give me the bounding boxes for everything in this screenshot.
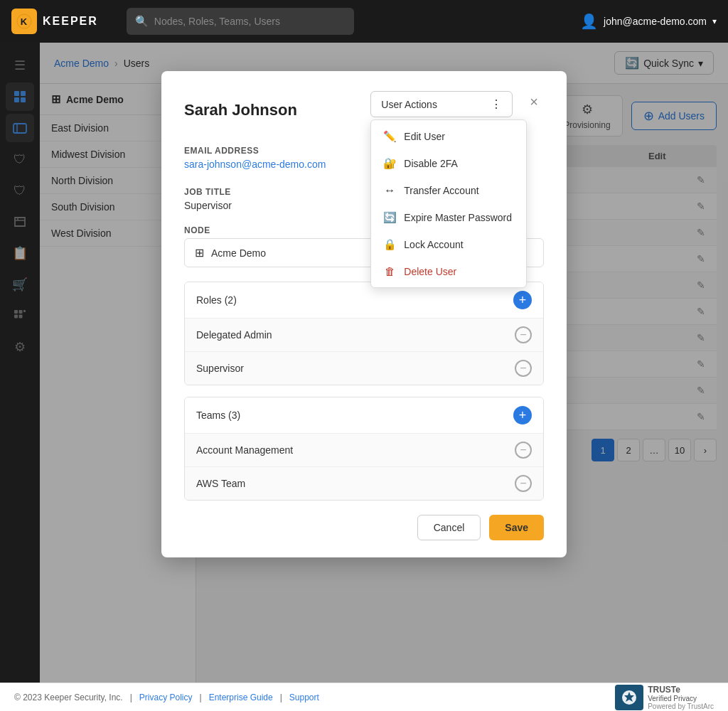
supervisor-role-item: Supervisor −	[185, 351, 543, 385]
modal-footer: Cancel Save	[184, 515, 544, 540]
user-actions-area: User Actions ⋮ ✏️ Edit User 🔐 Disable 2F…	[370, 91, 513, 117]
aws-team-item: AWS Team −	[185, 466, 543, 500]
user-email: john@acme-demo.com	[604, 16, 707, 27]
lock-icon: 🔒	[382, 238, 397, 251]
account-management-item: Account Management −	[185, 433, 543, 466]
page-footer: © 2023 Keeper Security, Inc. | Privacy P…	[0, 683, 728, 711]
job-title-value: Supervisor	[184, 200, 355, 211]
edit-icon: ✏️	[382, 130, 397, 143]
add-team-button[interactable]: +	[513, 406, 532, 424]
roles-header-label: Roles (2)	[196, 294, 237, 306]
remove-aws-team-button[interactable]: −	[515, 475, 532, 492]
supervisor-role-label: Supervisor	[196, 363, 244, 374]
node-grid-icon: ⊞	[195, 246, 204, 260]
teams-section: Teams (3) + Account Management − AWS Tea…	[184, 397, 544, 501]
remove-delegated-admin-button[interactable]: −	[515, 326, 532, 343]
user-area[interactable]: 👤 john@acme-demo.com ▾	[580, 13, 717, 30]
edit-user-label: Edit User	[404, 131, 445, 142]
logo-area: K KEEPER	[11, 9, 98, 34]
keeper-logo-icon: K	[11, 9, 37, 34]
support-link[interactable]: Support	[289, 693, 319, 702]
edit-user-item[interactable]: ✏️ Edit User	[371, 123, 526, 150]
delete-user-item[interactable]: 🗑 Delete User	[371, 258, 526, 284]
expire-icon: 🔄	[382, 211, 397, 224]
transfer-account-label: Transfer Account	[404, 185, 478, 196]
powered-label: Powered by TrustArc	[648, 702, 714, 710]
footer-left: © 2023 Keeper Security, Inc. | Privacy P…	[14, 693, 319, 702]
top-navigation: K KEEPER 🔍 👤 john@acme-demo.com ▾	[0, 0, 728, 43]
transfer-account-item[interactable]: ↔ Transfer Account	[371, 177, 526, 204]
truste-icon	[615, 685, 643, 710]
search-icon: 🔍	[135, 15, 149, 28]
app-name: KEEPER	[43, 15, 98, 28]
enterprise-guide-link[interactable]: Enterprise Guide	[209, 693, 273, 702]
transfer-icon: ↔	[382, 184, 397, 197]
delete-user-label: Delete User	[404, 266, 456, 277]
remove-supervisor-button[interactable]: −	[515, 360, 532, 377]
disable-2fa-label: Disable 2FA	[404, 158, 457, 169]
user-avatar-icon: 👤	[580, 13, 598, 30]
more-options-icon: ⋮	[491, 97, 502, 111]
lock-account-item[interactable]: 🔒 Lock Account	[371, 231, 526, 258]
modal-close-button[interactable]: ×	[524, 91, 544, 113]
verified-label: Verified Privacy	[648, 695, 714, 702]
expire-password-label: Expire Master Password	[404, 212, 512, 223]
aws-team-label: AWS Team	[196, 478, 245, 489]
job-title-label: Job Title	[184, 187, 355, 197]
chevron-down-icon: ▾	[712, 16, 717, 26]
expire-password-item[interactable]: 🔄 Expire Master Password	[371, 204, 526, 231]
trash-icon: 🗑	[382, 265, 397, 277]
email-value[interactable]: sara-johnson@acme-demo.com	[184, 159, 355, 170]
teams-section-header: Teams (3) +	[185, 397, 543, 433]
modal-header: Sarah Johnson User Actions ⋮ ✏️ Edit Use…	[184, 91, 544, 129]
account-management-label: Account Management	[196, 444, 293, 456]
teams-header-label: Teams (3)	[196, 410, 240, 421]
truste-badge: TRUSTe Verified Privacy Powered by Trust…	[615, 685, 714, 710]
truste-label: TRUSTe	[648, 685, 714, 695]
save-button[interactable]: Save	[489, 515, 544, 540]
remove-account-management-button[interactable]: −	[515, 442, 532, 459]
search-bar[interactable]: 🔍	[127, 8, 354, 35]
user-detail-modal: Sarah Johnson User Actions ⋮ ✏️ Edit Use…	[161, 71, 567, 557]
privacy-policy-link[interactable]: Privacy Policy	[139, 693, 193, 702]
user-actions-button[interactable]: User Actions ⋮	[370, 91, 513, 117]
add-role-button[interactable]: +	[513, 291, 532, 309]
modal-title: Sarah Johnson	[184, 101, 297, 119]
user-actions-label: User Actions	[381, 99, 437, 110]
roles-section: Roles (2) + Delegated Admin − Supervisor…	[184, 282, 544, 385]
delegated-admin-item: Delegated Admin −	[185, 318, 543, 351]
disable-2fa-icon: 🔐	[382, 157, 397, 170]
email-label: Email Address	[184, 146, 355, 156]
svg-text:K: K	[21, 16, 28, 27]
copyright: © 2023 Keeper Security, Inc.	[14, 693, 123, 702]
modal-overlay: Sarah Johnson User Actions ⋮ ✏️ Edit Use…	[0, 43, 728, 683]
disable-2fa-item[interactable]: 🔐 Disable 2FA	[371, 150, 526, 177]
lock-account-label: Lock Account	[404, 239, 463, 250]
cancel-button[interactable]: Cancel	[417, 515, 481, 540]
user-actions-dropdown: ✏️ Edit User 🔐 Disable 2FA ↔ Transfer Ac…	[370, 119, 527, 288]
delegated-admin-label: Delegated Admin	[196, 329, 272, 341]
search-input[interactable]	[154, 16, 346, 27]
node-value: Acme Demo	[211, 247, 266, 259]
